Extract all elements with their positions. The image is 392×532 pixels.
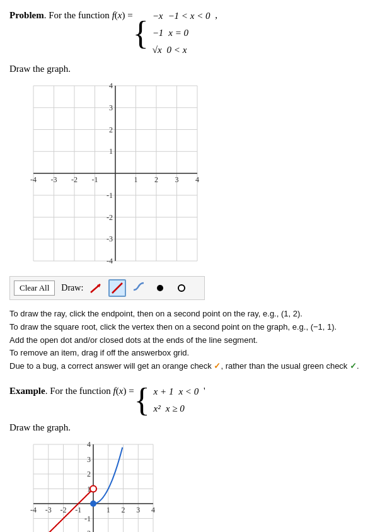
sqrt-tool[interactable]	[130, 279, 147, 297]
orange-check: ✓	[214, 361, 221, 371]
svg-point-4	[178, 285, 185, 291]
cases: −x −1 < x < 0 −1 x = 0 √x 0 < x	[153, 8, 210, 59]
problem-label: Problem	[9, 10, 44, 20]
example-label: Example	[9, 386, 45, 396]
example-case-1: x + 1 x < 0	[154, 383, 199, 400]
instruction-1: To draw the ray, click the endpoint, the…	[9, 308, 383, 321]
example-cases: x + 1 x < 0 x² x ≥ 0	[154, 383, 199, 417]
closed-dot-tool[interactable]	[151, 279, 169, 297]
example-piecewise: { x + 1 x < 0 x² x ≥ 0	[134, 383, 199, 417]
example-statement: Example. For the function f(x) = { x + 1…	[9, 383, 383, 417]
clear-all-button[interactable]: Clear All	[14, 280, 55, 296]
example-section: Example. For the function f(x) = { x + 1…	[9, 383, 383, 532]
open-dot-tool[interactable]	[173, 279, 190, 297]
example-graph-container	[9, 437, 161, 532]
left-brace: {	[133, 17, 149, 50]
green-check: ✓	[350, 361, 357, 371]
instruction-5: Due to a bug, a correct answer will get …	[9, 360, 383, 373]
example-text: Example. For the function f(x) =	[9, 383, 134, 398]
main-graph-container[interactable]	[9, 78, 205, 274]
piecewise-function: { −x −1 < x < 0 −1 x = 0 √x 0 < x	[133, 8, 210, 59]
example-comma: '	[201, 383, 205, 398]
svg-point-3	[157, 285, 163, 291]
example-case-2: x² x ≥ 0	[154, 400, 199, 417]
segment-tool[interactable]	[108, 279, 126, 297]
draw-label: Draw:	[61, 283, 83, 293]
instruction-3: Add the open dot and/or closed dots at t…	[9, 334, 383, 347]
toolbar: Clear All Draw:	[9, 276, 205, 300]
sqrt-icon	[132, 281, 146, 295]
case-1: −x −1 < x < 0	[153, 8, 210, 25]
case-2: −1 x = 0	[153, 25, 210, 42]
problem-text: Problem. For the function f(x) =	[9, 8, 133, 23]
open-dot-icon	[175, 281, 188, 295]
instructions: To draw the ray, click the endpoint, the…	[9, 308, 383, 373]
case-3: √x 0 < x	[153, 42, 210, 59]
draw-graph-label: Draw the graph.	[9, 64, 383, 74]
example-graph-canvas	[9, 437, 161, 532]
example-draw-label: Draw the graph.	[9, 422, 383, 433]
example-brace: {	[134, 384, 150, 417]
ray-icon	[89, 281, 103, 295]
instruction-2: To draw the square root, click the verte…	[9, 321, 383, 334]
segment-icon	[110, 281, 124, 295]
closed-dot-icon	[153, 281, 167, 295]
comma: ,	[213, 8, 218, 23]
problem-statement: Problem. For the function f(x) = { −x −1…	[9, 8, 383, 59]
instruction-4: To remove an item, drag if off the answe…	[9, 347, 383, 360]
ray-tool[interactable]	[87, 279, 105, 297]
svg-line-2	[112, 283, 122, 293]
main-graph-canvas[interactable]	[9, 78, 205, 274]
